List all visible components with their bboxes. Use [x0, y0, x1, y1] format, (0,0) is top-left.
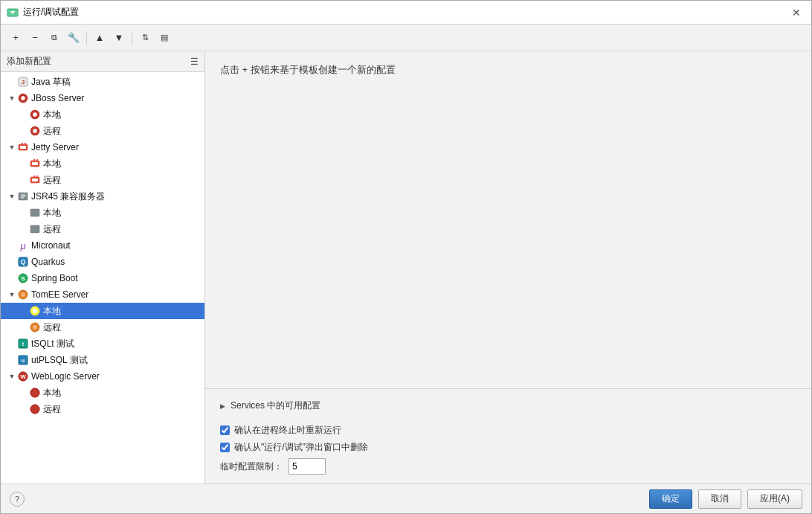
tree-item-weblogic[interactable]: W WebLogic Server — [1, 368, 204, 385]
limit-input[interactable] — [289, 458, 326, 475]
tree-item-jsr45[interactable]: JSR45 兼容服务器 — [1, 188, 204, 205]
right-hint: 点击 + 按钮来基于模板创建一个新的配置 — [220, 63, 796, 77]
utplsql-label: utPLSQL 测试 — [31, 354, 88, 367]
right-bottom: ▶ Services 中的可用配置 确认在进程终止时重新运行 确认从"运行/调试… — [205, 388, 811, 484]
jsr45-remote-label: 远程 — [43, 223, 61, 236]
svg-rect-12 — [22, 143, 23, 146]
svg-rect-11 — [20, 146, 26, 149]
svg-rect-21 — [36, 176, 38, 179]
services-arrow: ▶ — [220, 402, 231, 410]
tree-item-jboss-local[interactable]: 本地 — [1, 106, 204, 123]
jsr45-local-label: 本地 — [43, 207, 61, 219]
wrench-button[interactable]: 🔧 — [65, 29, 83, 47]
tree-item-jboss-remote[interactable]: 远程 — [1, 123, 204, 139]
svg-point-37 — [33, 325, 37, 330]
jetty-local-icon — [29, 158, 41, 170]
tree-item-jsr45-local[interactable]: 本地 — [1, 205, 204, 221]
tree-item-jetty-local[interactable]: 本地 — [1, 155, 204, 172]
dialog: 运行/调试配置 ✕ + − ⧉ 🔧 ▲ ▼ ⇅ ▤ 添加新配置 ☰ — [0, 0, 812, 514]
footer: ? 确定 取消 应用(A) — [1, 484, 811, 513]
jboss-icon — [17, 92, 29, 104]
tree-item-jsr45-remote[interactable]: 远程 — [1, 221, 204, 237]
tree-item-java[interactable]: J Java 草稿 — [1, 74, 204, 90]
checkbox-rerun[interactable] — [220, 425, 230, 435]
tomee-local-label: 本地 — [43, 305, 61, 318]
help-button[interactable]: ? — [10, 492, 25, 507]
tree-item-weblogic-local[interactable]: 本地 — [1, 385, 204, 401]
checkbox1-label[interactable]: 确认在进程终止时重新运行 — [234, 424, 341, 437]
footer-right: 确定 取消 应用(A) — [649, 489, 802, 509]
remove-button[interactable]: − — [26, 29, 44, 47]
tomee-remote-icon — [29, 321, 41, 333]
tree-item-tomee-remote[interactable]: 远程 — [1, 319, 204, 335]
svg-point-9 — [33, 129, 37, 133]
tree-item-jetty-remote[interactable]: 远程 — [1, 172, 204, 188]
services-label: Services 中的可用配置 — [231, 399, 320, 412]
svg-rect-27 — [30, 225, 39, 233]
micronaut-label: Micronaut — [31, 240, 71, 251]
limit-label: 临时配置限制： — [220, 460, 283, 473]
move-down-button[interactable]: ▼ — [110, 29, 128, 47]
tree-container[interactable]: J Java 草稿 JBoss Server — [1, 72, 204, 484]
jboss-local-label: 本地 — [43, 109, 61, 121]
jboss-remote-icon — [29, 125, 41, 137]
svg-rect-13 — [25, 143, 26, 146]
move-up-button[interactable]: ▲ — [91, 29, 109, 47]
tree-item-tomee[interactable]: TomEE Server — [1, 286, 204, 303]
svg-point-7 — [33, 112, 37, 117]
sort-button[interactable]: ⇅ — [136, 29, 154, 47]
cancel-button[interactable]: 取消 — [698, 489, 741, 509]
filter-button[interactable]: ▤ — [155, 29, 173, 47]
svg-point-44 — [30, 388, 39, 397]
close-button[interactable]: ✕ — [787, 4, 805, 22]
quarkus-icon: Q — [17, 256, 29, 268]
copy-button[interactable]: ⧉ — [45, 29, 63, 47]
main-area: 添加新配置 ☰ J Java 草稿 — [1, 51, 811, 484]
apply-button[interactable]: 应用(A) — [747, 489, 802, 509]
jetty-local-label: 本地 — [43, 158, 61, 170]
tomee-icon — [17, 289, 29, 301]
tree-item-weblogic-remote[interactable]: 远程 — [1, 401, 204, 417]
tree-item-tomee-local[interactable]: 本地 — [1, 303, 204, 319]
svg-text:Q: Q — [20, 258, 25, 266]
tree-item-quarkus[interactable]: Q Quarkus — [1, 254, 204, 270]
services-row[interactable]: ▶ Services 中的可用配置 — [220, 395, 796, 417]
weblogic-local-label: 本地 — [43, 387, 61, 399]
left-panel-title: 添加新配置 — [7, 55, 51, 68]
jboss-arrow — [7, 93, 17, 103]
jboss-remote-label: 远程 — [43, 125, 61, 138]
java-label: Java 草稿 — [31, 76, 71, 89]
checkbox-delete[interactable] — [220, 443, 230, 452]
svg-point-33 — [21, 292, 25, 297]
svg-point-5 — [21, 96, 25, 100]
svg-text:S: S — [21, 275, 25, 282]
ok-button[interactable]: 确定 — [649, 489, 692, 509]
tree-item-jetty[interactable]: Jetty Server — [1, 139, 204, 155]
weblogic-icon: W — [17, 370, 29, 382]
tree-item-spring[interactable]: S Spring Boot — [1, 270, 204, 286]
tree-item-jboss[interactable]: JBoss Server — [1, 90, 204, 106]
checkboxes-section: 确认在进程终止时重新运行 确认从"运行/调试"弹出窗口中删除 临时配置限制： — [220, 424, 796, 475]
title-bar: 运行/调试配置 ✕ — [1, 1, 811, 25]
footer-left: ? — [10, 492, 25, 507]
jetty-remote-icon — [29, 174, 41, 186]
jetty-arrow — [7, 142, 17, 152]
svg-rect-16 — [33, 159, 35, 162]
tree-item-micronaut[interactable]: μ Micronaut — [1, 237, 204, 254]
jsr45-icon — [17, 190, 29, 202]
tomee-label: TomEE Server — [31, 289, 88, 300]
tree-item-tsqlt[interactable]: t tSQLt 测试 — [1, 335, 204, 352]
jsr45-label: JSR45 兼容服务器 — [31, 190, 105, 203]
svg-text:W: W — [20, 373, 26, 380]
tomee-local-icon — [29, 305, 41, 317]
tree-item-utplsql[interactable]: u utPLSQL 测试 — [1, 352, 204, 368]
panel-filter-icon[interactable]: ☰ — [190, 57, 199, 67]
left-panel-header: 添加新配置 ☰ — [1, 51, 204, 72]
checkbox2-label[interactable]: 确认从"运行/调试"弹出窗口中删除 — [234, 441, 368, 454]
utplsql-icon: u — [17, 354, 29, 366]
svg-text:J: J — [22, 79, 25, 86]
svg-point-35 — [33, 309, 37, 313]
weblogic-arrow — [7, 371, 17, 382]
add-button[interactable]: + — [7, 29, 25, 47]
jboss-label: JBoss Server — [31, 93, 84, 103]
